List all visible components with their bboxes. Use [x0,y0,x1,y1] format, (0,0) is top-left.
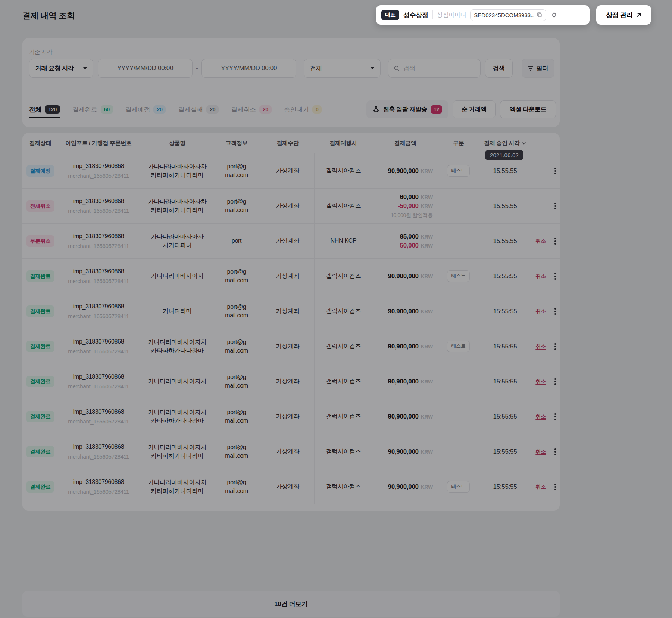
excel-download-button[interactable]: 엑셀 다운로드 [500,100,556,118]
product-name: 가나다라마바사아자차카타파하가나다라마 [143,338,212,355]
tab-1[interactable]: 결제완료60 [72,99,113,119]
load-more-button[interactable]: 10건 더보기 [22,591,560,617]
merchant-order-id: merchant_165605728411 [68,207,129,215]
test-badge: 테스트 [447,341,469,352]
cancel-link[interactable]: 취소 [535,308,546,315]
table-row[interactable]: 결제완료 imp_318307960868 merchant_165605728… [22,329,560,364]
filter-button[interactable]: 필터 [522,59,554,78]
approved-time: 15:55:55 [479,364,531,399]
approved-time: 15:55:55 [479,329,531,364]
col-approved-at[interactable]: 결제 승인 시각 [479,140,531,147]
kebab-menu-icon[interactable] [553,342,557,351]
imp-order-id: imp_318307960868 [73,267,124,276]
date-from-input[interactable]: YYYY/MM/DD 00:00 [98,59,193,78]
payment-method: 가상계좌 [261,272,314,280]
table-row[interactable]: 결제완료 imp_318307960868 merchant_165605728… [22,469,560,504]
pg-provider: NHN KCP [314,224,372,258]
kebab-menu-icon[interactable] [553,377,557,386]
category-select[interactable]: 전체 [304,59,381,78]
chevron-down-icon [522,142,526,145]
kebab-menu-icon[interactable] [553,412,557,422]
search-input[interactable] [403,65,475,72]
copy-icon[interactable] [537,12,543,18]
date-to-input[interactable]: YYYY/MM/DD 00:00 [201,59,296,78]
approved-time: 15:55:55 [479,399,531,434]
imp-order-id: imp_318307960868 [73,478,124,486]
top-header: 결제 내역 조회 대표 성수상점 상점아이디 SED02345DCOM3933.… [0,0,672,29]
status-badge: 결제완료 [26,481,54,493]
table-row[interactable]: 부분취소 imp_318307960868 merchant_165605728… [22,223,560,258]
cancel-link[interactable]: 취소 [535,343,546,350]
product-name: 가나다라마바사아자차카타파하 [143,233,212,249]
customer-info: port@gmail.com [212,303,261,320]
kebab-menu-icon[interactable] [553,447,557,457]
chevron-updown-icon[interactable] [551,12,557,18]
kebab-menu-icon[interactable] [553,271,557,281]
table-row[interactable]: 결제완료 imp_318307960868 merchant_165605728… [22,364,560,399]
filter-row: 거래 요청 시각 YYYY/MM/DD 00:00 - YYYY/MM/DD 0… [29,59,554,78]
cancel-link[interactable]: 취소 [535,273,546,280]
amount-cell: 90,900,000KRW [372,482,438,491]
table-row[interactable]: 전체취소 imp_318307960868 merchant_165605728… [22,188,560,223]
merchant-id-chip[interactable]: SED02345DCOM3933.. [470,9,546,21]
table-body: 결제예정 imp_318307960868 merchant_165605728… [22,153,560,504]
kebab-menu-icon[interactable] [553,482,557,492]
cancel-link[interactable]: 취소 [535,237,546,245]
table-row[interactable]: 결제완료 imp_318307960868 merchant_165605728… [22,399,560,434]
tab-0[interactable]: 전체120 [29,99,60,119]
table-row[interactable]: 결제완료 imp_318307960868 merchant_165605728… [22,294,560,329]
table-row[interactable]: 결제완료 imp_318307960868 merchant_165605728… [22,258,560,294]
pg-provider: 갤럭시아컴즈 [314,189,372,223]
tab-3[interactable]: 결제실패20 [178,99,219,119]
pg-provider: 갤럭시아컴즈 [314,329,372,364]
tab-count-badge: 120 [45,105,60,114]
time-type-select[interactable]: 거래 요청 시각 [29,59,93,78]
customer-info: port@gmail.com [212,338,261,355]
product-name: 가나다라마바사아자차카타파하가나다라마 [143,408,212,425]
table-row[interactable]: 결제완료 imp_318307960868 merchant_165605728… [22,434,560,469]
cancel-link[interactable]: 취소 [535,378,546,385]
table-row[interactable]: 결제예정 imp_318307960868 merchant_165605728… [22,153,560,188]
approved-time: 15:55:55 [479,434,531,469]
kebab-menu-icon[interactable] [553,236,557,246]
cancel-link[interactable]: 취소 [535,413,546,420]
amount-cell: 90,900,000KRW [372,342,438,351]
webhook-resend-button[interactable]: 웹훅 일괄 재발송 12 [366,100,448,118]
status-badge: 결제완료 [26,305,54,317]
product-name: 가나다라마바사아자차카타파하가나다라마 [143,198,212,214]
search-button[interactable]: 검색 [485,59,513,78]
net-amount-button[interactable]: 순 거래액 [453,100,496,118]
imp-order-id: imp_318307960868 [73,232,124,240]
payment-method: 가상계좌 [261,342,314,350]
pg-provider: 갤럭시아컴즈 [314,399,372,434]
manage-store-button[interactable]: 상점 관리 [596,5,651,25]
date-group-chip: 2021.06.02 [485,150,523,160]
kebab-menu-icon[interactable] [553,201,557,211]
pg-provider: 갤럭시아컴즈 [314,294,372,329]
amount-cell: 90,900,000KRW [372,272,438,281]
kebab-menu-icon[interactable] [553,307,557,316]
tab-5[interactable]: 승인대기0 [284,99,322,119]
product-name: 가나다라마바사아자차카타파하가나다라마 [143,443,212,460]
page-title: 결제 내역 조회 [22,10,75,21]
approved-time: 15:55:55 [479,189,531,223]
amount-cell: 60,000KRW-50,000KRW10,000원 할인적용 [372,193,438,219]
product-name: 가나다라마바사아자 [143,272,212,280]
merchant-selector[interactable]: 대표 성수상점 상점아이디 SED02345DCOM3933.. [376,5,590,25]
merchant-order-id: merchant_165605728411 [68,242,129,250]
tab-2[interactable]: 결제예정20 [125,99,166,119]
tab-4[interactable]: 결제취소20 [231,99,272,119]
merchant-id-value: SED02345DCOM3933.. [474,12,534,18]
merchant-id-label: 상점아이디 [437,11,466,19]
payments-table: 결제상태 아임포트 / 가맹점 주문번호 상품명 고객정보 결제수단 결제대행사… [22,133,560,511]
divider [432,10,433,19]
col-customer: 고객정보 [212,140,261,147]
merchant-order-id: merchant_165605728411 [68,453,129,460]
cancel-link[interactable]: 취소 [535,448,546,456]
kebab-menu-icon[interactable] [553,166,557,176]
amount-cell: 90,900,000KRW [372,412,438,421]
imp-order-id: imp_318307960868 [73,302,124,311]
cancel-link[interactable]: 취소 [535,483,546,491]
search-field[interactable] [388,59,481,78]
approved-time: 15:55:55 [479,469,531,504]
